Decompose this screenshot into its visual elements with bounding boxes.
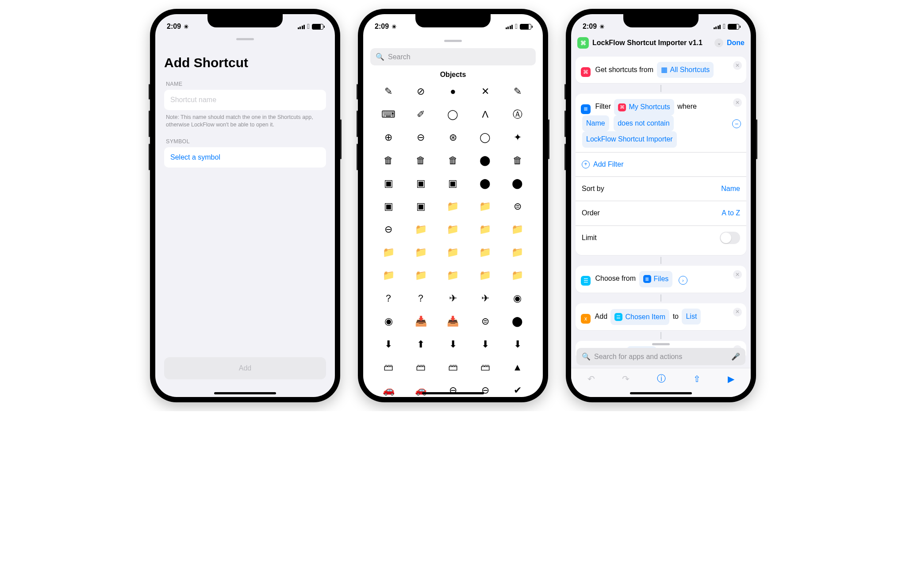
symbol-cell[interactable]: ⊘ (407, 85, 435, 98)
token-name[interactable]: Name (582, 115, 609, 131)
symbol-cell[interactable]: 📁 (375, 246, 403, 259)
symbol-cell[interactable]: ⊕ (375, 131, 403, 144)
symbol-cell[interactable]: ● (439, 85, 467, 98)
symbol-cell[interactable]: 📁 (503, 223, 531, 236)
symbol-cell[interactable]: 🗑 (439, 154, 467, 167)
symbol-search-input[interactable]: 🔍 Search (370, 48, 536, 65)
symbol-cell[interactable]: ⬆︎ (407, 338, 435, 351)
token-all-shortcuts[interactable]: ▦All Shortcuts (657, 62, 714, 78)
token-list[interactable]: List (682, 309, 701, 325)
redo-button[interactable]: ↷ (622, 374, 630, 384)
symbol-cell[interactable]: ◯ (471, 131, 499, 144)
action-add-to-list[interactable]: ✕ x Add ☰Chosen Item to List (576, 303, 746, 331)
symbol-cell[interactable]: ✐ (407, 108, 435, 121)
symbol-cell[interactable]: 📁 (471, 200, 499, 213)
symbol-cell[interactable]: 🚗 (407, 384, 435, 397)
symbol-cell[interactable]: Λ (471, 108, 499, 121)
token-value[interactable]: LockFlow Shortcut Importer (582, 131, 677, 147)
symbol-cell[interactable]: 📥 (407, 315, 435, 328)
symbol-cell[interactable]: ✈︎ (439, 292, 467, 305)
symbol-cell[interactable]: 📁 (407, 246, 435, 259)
title-menu-chevron-icon[interactable]: ⌄ (714, 38, 723, 47)
symbol-cell[interactable]: ⊜ (471, 315, 499, 328)
symbol-cell[interactable]: 🗃 (375, 361, 403, 374)
symbol-cell[interactable]: 📁 (471, 246, 499, 259)
symbol-cell[interactable]: 📁 (375, 269, 403, 282)
action-filter[interactable]: ✕ ≣ Filter ⌘My Shortcuts where Name does… (576, 94, 746, 255)
symbol-cell[interactable]: 📥 (439, 315, 467, 328)
token-operator[interactable]: does not contain (614, 115, 673, 131)
symbol-cell[interactable]: 📁 (439, 223, 467, 236)
sort-by-row[interactable]: Sort by Name (576, 176, 746, 201)
symbol-cell[interactable]: 🗃 (471, 361, 499, 374)
token-chosen-item[interactable]: ☰Chosen Item (610, 309, 669, 325)
symbol-cell[interactable]: 📁 (439, 200, 467, 213)
symbol-cell[interactable]: ▣ (439, 177, 467, 190)
share-button[interactable]: ⇧ (693, 374, 701, 384)
close-icon[interactable]: ✕ (733, 61, 742, 70)
shortcut-icon[interactable]: ⌘ (577, 37, 589, 49)
symbol-cell[interactable]: 📁 (439, 246, 467, 259)
symbol-cell[interactable]: ⬇︎ (503, 338, 531, 351)
action-search-input[interactable]: 🔍 Search for apps and actions 🎤 (576, 348, 745, 365)
symbol-cell[interactable]: ✦ (503, 131, 531, 144)
add-button[interactable]: Add (164, 357, 326, 379)
add-filter-row[interactable]: +Add Filter (576, 153, 746, 176)
symbol-cell[interactable]: 🗃 (407, 361, 435, 374)
symbol-cell[interactable]: ⬇︎ (471, 338, 499, 351)
symbol-cell[interactable]: ⬤ (503, 315, 531, 328)
symbol-cell[interactable]: ▲ (503, 361, 531, 374)
symbol-cell[interactable]: 📁 (471, 223, 499, 236)
symbol-cell[interactable]: 🗑 (375, 154, 403, 167)
symbol-cell[interactable]: ⬤ (503, 177, 531, 190)
shortcut-name-input[interactable]: Shortcut name (164, 90, 326, 110)
symbol-cell[interactable]: ▣ (407, 200, 435, 213)
token-files[interactable]: ≣Files (639, 271, 673, 287)
symbol-cell[interactable]: ⬤ (471, 154, 499, 167)
symbol-cell[interactable]: ✕ (471, 85, 499, 98)
action-choose-from[interactable]: ✕ ☰ Choose from ≣Files › (576, 266, 746, 292)
symbol-cell[interactable]: 📁 (407, 223, 435, 236)
symbol-cell[interactable]: ⬤ (471, 177, 499, 190)
symbol-cell[interactable]: ▣ (375, 200, 403, 213)
symbol-cell[interactable]: 📁 (471, 269, 499, 282)
symbol-cell[interactable]: 🗑 (503, 154, 531, 167)
symbol-cell[interactable]: 🗃 (439, 361, 467, 374)
info-button[interactable]: ⓘ (657, 373, 666, 385)
symbol-cell[interactable]: 🚗 (375, 384, 403, 397)
chevron-right-icon[interactable]: › (679, 276, 687, 285)
symbol-cell[interactable]: ⊖ (471, 384, 499, 397)
symbol-cell[interactable]: ⌨︎ (375, 108, 403, 121)
symbol-cell[interactable]: 🗑 (407, 154, 435, 167)
remove-condition-button[interactable]: − (732, 119, 741, 128)
symbol-cell[interactable]: ✔︎ (503, 384, 531, 397)
home-indicator[interactable] (422, 392, 484, 394)
action-drawer-grabber[interactable] (652, 343, 670, 345)
symbol-cell[interactable]: 📁 (439, 269, 467, 282)
action-get-shortcuts[interactable]: ✕ ⌘ Get shortcuts from ▦All Shortcuts (576, 57, 746, 83)
close-icon[interactable]: ✕ (733, 270, 742, 279)
undo-button[interactable]: ↶ (587, 374, 595, 384)
select-symbol-row[interactable]: Select a symbol (164, 147, 326, 168)
token-my-shortcuts[interactable]: ⌘My Shortcuts (614, 99, 674, 115)
symbol-cell[interactable]: ✎ (375, 85, 403, 98)
close-icon[interactable]: ✕ (733, 308, 742, 317)
symbol-cell[interactable]: ？ (407, 292, 435, 305)
run-button[interactable]: ▶ (728, 374, 734, 384)
symbol-cell[interactable]: ⊖ (439, 384, 467, 397)
limit-toggle[interactable] (720, 232, 740, 244)
symbol-cell[interactable]: ⊖ (375, 223, 403, 236)
symbol-cell[interactable]: ✈︎ (471, 292, 499, 305)
symbol-cell[interactable]: ▣ (375, 177, 403, 190)
symbol-cell[interactable]: ◉ (375, 315, 403, 328)
shortcut-title[interactable]: LockFlow Shortcut Importer v1.1 (592, 39, 711, 47)
symbol-cell[interactable]: ◉ (503, 292, 531, 305)
home-indicator[interactable] (214, 392, 276, 394)
sheet-grabber[interactable] (444, 40, 462, 42)
symbol-cell[interactable]: 📁 (407, 269, 435, 282)
symbol-cell[interactable]: ？ (375, 292, 403, 305)
close-icon[interactable]: ✕ (733, 98, 742, 107)
symbol-cell[interactable]: 📁 (503, 246, 531, 259)
symbol-cell[interactable]: ⊜ (503, 200, 531, 213)
symbol-cell[interactable]: ⊛ (439, 131, 467, 144)
